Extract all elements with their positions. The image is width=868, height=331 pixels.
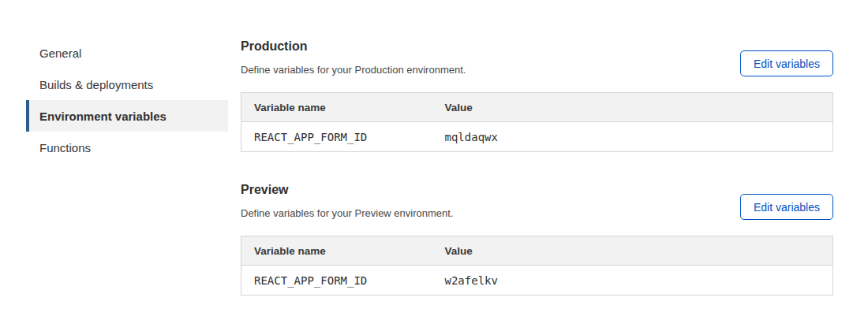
variable-value-cell: mqldaqwx bbox=[432, 122, 833, 152]
settings-page: General Builds & deployments Environment… bbox=[0, 0, 868, 325]
production-description: Define variables for your Production env… bbox=[241, 64, 466, 76]
production-title: Production bbox=[241, 39, 466, 54]
variable-name-header: Variable name bbox=[241, 93, 432, 122]
table-row: REACT_APP_FORM_ID w2afelkv bbox=[241, 266, 833, 296]
production-variables-table: Variable name Value REACT_APP_FORM_ID mq… bbox=[241, 92, 833, 152]
environment-variables-panel: Production Define variables for your Pro… bbox=[241, 39, 833, 325]
variable-name-header: Variable name bbox=[241, 236, 432, 266]
variable-value-cell: w2afelkv bbox=[432, 266, 833, 296]
preview-title: Preview bbox=[241, 182, 454, 197]
production-text-block: Production Define variables for your Pro… bbox=[241, 39, 466, 76]
value-header: Value bbox=[432, 236, 833, 266]
preview-section-header: Preview Define variables for your Previe… bbox=[241, 182, 833, 220]
preview-text-block: Preview Define variables for your Previe… bbox=[241, 182, 454, 220]
sidebar-item-builds-deployments[interactable]: Builds & deployments bbox=[26, 69, 228, 100]
production-section-header: Production Define variables for your Pro… bbox=[241, 39, 833, 76]
variable-name-cell: REACT_APP_FORM_ID bbox=[241, 122, 432, 152]
preview-variables-table: Variable name Value REACT_APP_FORM_ID w2… bbox=[241, 236, 833, 296]
production-section: Production Define variables for your Pro… bbox=[241, 39, 833, 152]
preview-edit-variables-button[interactable]: Edit variables bbox=[740, 194, 833, 220]
sidebar-item-general[interactable]: General bbox=[26, 37, 228, 69]
production-edit-variables-button[interactable]: Edit variables bbox=[740, 50, 833, 76]
variable-name-cell: REACT_APP_FORM_ID bbox=[241, 266, 432, 296]
preview-description: Define variables for your Preview enviro… bbox=[241, 207, 454, 220]
table-header-row: Variable name Value bbox=[241, 236, 833, 266]
sidebar-item-functions[interactable]: Functions bbox=[26, 132, 228, 163]
table-header-row: Variable name Value bbox=[241, 93, 833, 122]
settings-sidebar: General Builds & deployments Environment… bbox=[26, 37, 228, 325]
sidebar-item-environment-variables[interactable]: Environment variables bbox=[26, 100, 228, 132]
table-row: REACT_APP_FORM_ID mqldaqwx bbox=[241, 122, 833, 152]
preview-section: Preview Define variables for your Previe… bbox=[241, 182, 833, 296]
value-header: Value bbox=[432, 93, 833, 122]
